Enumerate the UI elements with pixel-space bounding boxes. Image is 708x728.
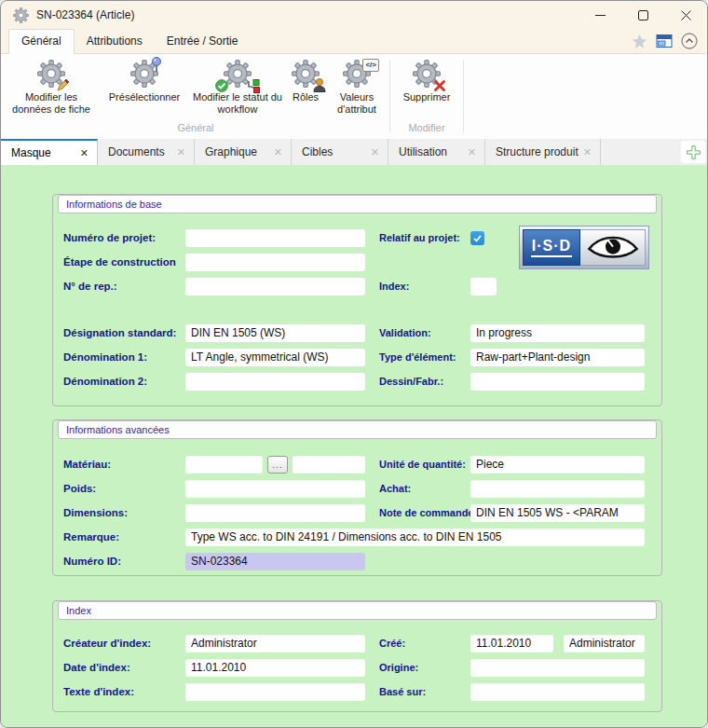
close-tab-icon[interactable]: ✕ <box>177 146 185 158</box>
check-icon <box>472 233 483 243</box>
edit-workflow-status-button[interactable]: Modifier le statut du workflow <box>191 57 284 121</box>
section-informations-avancees: Informations avancées Matériau: ... Unit… <box>52 419 662 576</box>
close-tab-icon[interactable]: ✕ <box>468 146 476 158</box>
roles-button[interactable]: Rôles <box>284 57 327 121</box>
doc-tab-structure-produit[interactable]: Structure produit ✕ <box>485 139 601 165</box>
type-d-element-input[interactable] <box>470 349 645 366</box>
pencil-icon <box>56 77 71 92</box>
materiau-code-input[interactable] <box>185 456 263 474</box>
collapse-ribbon-button[interactable] <box>681 33 698 49</box>
origine-input[interactable] <box>470 659 645 677</box>
poids-input[interactable] <box>185 480 365 498</box>
ribbon-tab-attributions[interactable]: Attributions <box>75 30 155 53</box>
achat-label: Achat: <box>379 483 470 494</box>
texte-d-index-label: Texte d'index: <box>63 686 185 697</box>
cree-user-input[interactable] <box>564 635 645 652</box>
doc-tab-graphique[interactable]: Graphique ✕ <box>195 139 292 165</box>
numero-id-input[interactable] <box>185 553 365 570</box>
minimize-icon <box>595 10 606 21</box>
numero-de-projet-label: Numéro de projet: <box>63 232 185 243</box>
add-tab-button[interactable] <box>681 141 705 163</box>
numero-de-projet-input[interactable] <box>185 229 365 247</box>
ribbon-separator <box>463 60 464 132</box>
maximize-button[interactable] <box>621 1 664 29</box>
mask-form: Informations de base I·S·D Numéro de pro… <box>1 165 707 727</box>
remarque-label: Remarque: <box>63 531 185 543</box>
dimensions-input[interactable] <box>185 504 365 522</box>
dimensions-label: Dimensions: <box>63 507 185 518</box>
cree-label: Créé: <box>379 638 470 649</box>
denomination-1-input[interactable] <box>185 349 365 366</box>
section-informations-de-base: Informations de base I·S·D Numéro de pro… <box>52 194 662 406</box>
denomination-1-label: Dénomination 1: <box>63 351 185 363</box>
designation-standard-input[interactable] <box>185 324 365 342</box>
app-gear-icon <box>13 7 29 23</box>
cree-date-input[interactable] <box>470 635 553 652</box>
achat-input[interactable] <box>470 480 645 498</box>
texte-d-index-input[interactable] <box>185 683 365 701</box>
ribbon-group-general: Modifier les données de fiche Présélecti… <box>5 57 387 139</box>
attribute-values-button[interactable]: </> Valeurs d'attribut <box>327 57 387 121</box>
check-circle-icon <box>215 79 228 92</box>
person-icon <box>313 78 326 92</box>
unite-de-quantite-input[interactable] <box>470 456 645 474</box>
createur-d-index-label: Créateur d'index: <box>63 638 185 649</box>
etape-de-construction-label: Étape de construction <box>63 256 185 268</box>
ribbon-group-caption-modifier: Modifier <box>393 121 460 139</box>
doc-tab-documents[interactable]: Documents ✕ <box>98 139 195 165</box>
designation-standard-label: Désignation standard: <box>63 327 185 338</box>
date-d-index-input[interactable] <box>185 659 365 677</box>
close-icon <box>681 10 691 21</box>
document-tab-strip: Masque ✕ Documents ✕ Graphique ✕ Cibles … <box>1 139 707 165</box>
dessin-fabr-input[interactable] <box>470 373 645 391</box>
unite-de-quantite-label: Unité de quantité: <box>379 459 470 470</box>
close-tab-icon[interactable]: ✕ <box>80 147 88 159</box>
materiau-browse-button[interactable]: ... <box>267 456 288 474</box>
close-tab-icon[interactable]: ✕ <box>583 146 592 158</box>
materiau-label: Matériau: <box>63 459 185 470</box>
preselect-button[interactable]: Présélectionner <box>98 57 191 121</box>
edit-sheet-data-button[interactable]: Modifier les données de fiche <box>5 57 98 121</box>
poids-label: Poids: <box>63 483 185 494</box>
index-input[interactable] <box>470 278 497 295</box>
close-tab-icon[interactable]: ✕ <box>371 146 379 158</box>
ribbon-tab-entree-sortie[interactable]: Entrée / Sortie <box>155 30 251 53</box>
ribbon-tab-general[interactable]: Général <box>8 29 75 54</box>
etape-de-construction-input[interactable] <box>185 254 365 271</box>
article-window: SN-023364 (Article) Général Attributions… <box>0 0 708 728</box>
denomination-2-input[interactable] <box>185 373 365 391</box>
base-sur-input[interactable] <box>470 683 645 701</box>
numero-id-label: Numéro ID: <box>63 556 185 567</box>
ribbon-group-caption-general: Général <box>5 121 387 139</box>
doc-tab-cibles[interactable]: Cibles ✕ <box>292 139 388 165</box>
index-label: Index: <box>379 281 470 292</box>
close-tab-icon[interactable]: ✕ <box>274 146 282 158</box>
code-tag-icon: </> <box>362 59 379 72</box>
window-layout-icon[interactable] <box>656 34 673 48</box>
validation-label: Validation: <box>379 327 470 338</box>
doc-tab-utilisation[interactable]: Utilisation ✕ <box>388 139 485 165</box>
isd-logo: I·S·D <box>519 226 649 269</box>
section-title: Index <box>58 601 657 620</box>
n-de-rep-input[interactable] <box>185 278 365 295</box>
maximize-icon <box>638 10 648 21</box>
remarque-input[interactable] <box>185 529 645 546</box>
n-de-rep-label: N° de rep.: <box>63 281 185 292</box>
favorite-star-icon[interactable] <box>632 34 647 49</box>
relatif-au-projet-checkbox[interactable] <box>470 231 484 245</box>
close-button[interactable] <box>664 1 707 29</box>
createur-d-index-input[interactable] <box>185 635 365 652</box>
delete-button[interactable]: Supprimer <box>393 57 460 121</box>
section-index: Index Créateur d'index: Créé: Date d'ind… <box>52 600 662 712</box>
isd-logo-text: I·S·D <box>531 238 572 257</box>
doc-tab-masque[interactable]: Masque ✕ <box>1 139 98 165</box>
minimize-button[interactable] <box>579 1 621 29</box>
origine-label: Origine: <box>379 662 470 673</box>
materiau-name-input[interactable] <box>293 456 365 474</box>
ribbon-group-modifier: Supprimer Modifier <box>393 57 460 139</box>
relatif-au-projet-label: Relatif au projet: <box>379 232 470 243</box>
dessin-fabr-label: Dessin/Fabr.: <box>379 376 470 387</box>
section-title: Informations de base <box>58 195 657 213</box>
note-de-commande-input[interactable] <box>470 504 645 522</box>
validation-input[interactable] <box>470 324 645 342</box>
